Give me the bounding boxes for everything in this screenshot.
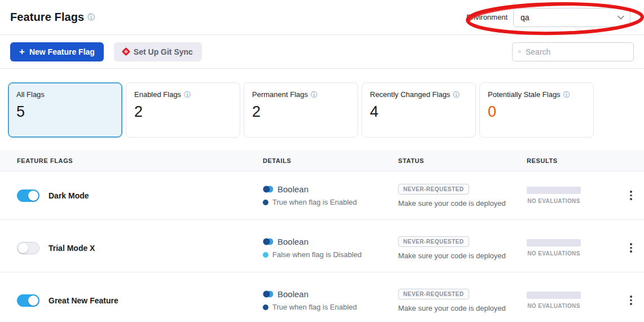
- results-label: NO EVALUATIONS: [527, 250, 581, 257]
- stat-value: 0: [488, 103, 585, 121]
- status-text: Make sure your code is deployed: [398, 252, 506, 260]
- toolbar: + New Feature Flag Set Up Git Sync: [0, 35, 644, 69]
- info-icon[interactable]: ⓘ: [563, 91, 570, 98]
- new-feature-flag-label: New Feature Flag: [29, 47, 95, 56]
- default-behavior-text: False when flag is Disabled: [272, 250, 361, 259]
- stat-card-permanent-flags[interactable]: Permanent Flagsⓘ 2: [244, 82, 358, 138]
- kebab-menu-button[interactable]: [624, 187, 638, 204]
- chevron-down-icon: [617, 15, 624, 20]
- search-box: [512, 42, 634, 61]
- flags-table: FEATURE FLAGS DETAILS STATUS RESULTS Dar…: [0, 150, 644, 322]
- flag-toggle[interactable]: [17, 294, 39, 307]
- value-type-label: Boolean: [277, 289, 308, 299]
- page-title: Feature Flags: [10, 11, 84, 24]
- flag-name[interactable]: Trial Mode X: [48, 244, 95, 253]
- table-row: Great New Feature Boolean True when flag…: [0, 276, 644, 322]
- results-label: NO EVALUATIONS: [527, 303, 581, 309]
- stat-value: 4: [370, 103, 467, 121]
- stat-value: 5: [16, 103, 114, 121]
- status-badge: NEVER-REQUESTED: [398, 184, 469, 195]
- git-sync-label: Set Up Git Sync: [134, 47, 193, 56]
- page-title-wrap: Feature Flags ⓘ: [10, 11, 95, 24]
- stats-cards: All Flags 5 Enabled Flagsⓘ 2 Permanent F…: [0, 69, 644, 150]
- search-icon: [518, 47, 521, 56]
- page-header: Feature Flags ⓘ Environment qa: [0, 0, 644, 35]
- flag-toggle[interactable]: [17, 242, 39, 254]
- stat-value: 2: [134, 103, 232, 121]
- column-header-feature-flags: FEATURE FLAGS: [17, 157, 263, 164]
- results-progress-bar: [527, 187, 581, 194]
- stat-card-recently-changed-flags[interactable]: Recently Changed Flagsⓘ 4: [361, 82, 476, 138]
- new-feature-flag-button[interactable]: + New Feature Flag: [10, 42, 104, 61]
- table-row: Dark Mode Boolean True when flag is Enab…: [0, 171, 644, 220]
- default-value-dot: [263, 305, 268, 310]
- info-icon[interactable]: ⓘ: [311, 91, 317, 98]
- default-value-dot: [263, 200, 268, 205]
- environment-label: Environment: [466, 13, 508, 21]
- table-header-row: FEATURE FLAGS DETAILS STATUS RESULTS: [0, 150, 644, 171]
- stat-card-enabled-flags[interactable]: Enabled Flagsⓘ 2: [126, 82, 240, 138]
- kebab-menu-button[interactable]: [624, 292, 638, 308]
- stat-label: All Flags: [16, 90, 45, 99]
- stat-label: Enabled Flags: [134, 90, 181, 99]
- value-type-label: Boolean: [277, 184, 308, 194]
- stat-label: Permanent Flags: [252, 90, 308, 99]
- flag-toggle[interactable]: [17, 189, 39, 202]
- table-row: Trial Mode X Boolean False when flag is …: [0, 224, 644, 272]
- search-input[interactable]: [526, 47, 628, 56]
- results-progress-bar: [527, 239, 581, 246]
- plus-icon: +: [19, 47, 25, 56]
- flag-name[interactable]: Dark Mode: [48, 191, 89, 200]
- boolean-type-icon: [263, 238, 274, 245]
- status-text: Make sure your code is deployed: [398, 199, 506, 208]
- stat-card-all-flags[interactable]: All Flags 5: [8, 82, 122, 138]
- boolean-type-icon: [263, 186, 274, 193]
- results-label: NO EVALUATIONS: [527, 198, 581, 204]
- column-header-details: DETAILS: [263, 157, 398, 164]
- status-badge: NEVER-REQUESTED: [398, 289, 469, 299]
- git-sync-icon: [122, 47, 131, 56]
- value-type-label: Boolean: [277, 237, 308, 246]
- column-header-status: STATUS: [398, 157, 527, 164]
- flag-name[interactable]: Great New Feature: [48, 296, 118, 305]
- status-text: Make sure your code is deployed: [398, 304, 506, 312]
- results-progress-bar: [527, 292, 581, 299]
- boolean-type-icon: [263, 290, 274, 298]
- column-header-results: RESULTS: [527, 157, 618, 164]
- default-behavior-text: True when flag is Enabled: [272, 303, 357, 311]
- status-badge: NEVER-REQUESTED: [398, 236, 469, 247]
- kebab-menu-button[interactable]: [624, 240, 638, 256]
- info-icon[interactable]: ⓘ: [453, 91, 460, 98]
- environment-select[interactable]: qa: [513, 8, 630, 27]
- setup-git-sync-button[interactable]: Set Up Git Sync: [114, 42, 202, 61]
- environment-value: qa: [521, 13, 530, 22]
- info-icon[interactable]: ⓘ: [87, 14, 95, 21]
- stat-label: Potentially Stale Flags: [488, 90, 561, 99]
- environment-picker: Environment qa: [466, 8, 630, 27]
- info-icon[interactable]: ⓘ: [184, 91, 191, 98]
- default-behavior-text: True when flag is Enabled: [272, 198, 357, 206]
- stat-value: 2: [252, 103, 350, 121]
- stat-label: Recently Changed Flags: [370, 90, 450, 99]
- default-value-dot: [263, 252, 268, 258]
- stat-card-potentially-stale-flags[interactable]: Potentially Stale Flagsⓘ 0: [479, 82, 594, 138]
- feature-flags-page: Feature Flags ⓘ Environment qa + New Fea…: [0, 0, 644, 322]
